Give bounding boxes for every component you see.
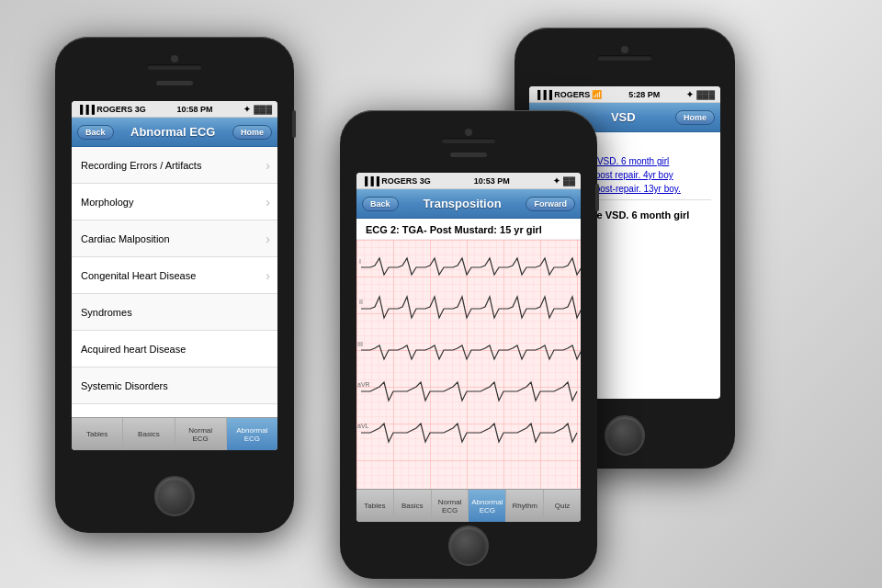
screen-3: ▐▐▐ ROGERS 3G 10:53 PM ✦ ▓▓ Back Transpo… (356, 173, 581, 522)
list-1: Recording Errors / Artifacts › Morpholog… (72, 147, 277, 417)
phone-1: ▐▐▐ ROGERS 3G 10:58 PM ✦ ▓▓▓ Back Abnorm… (55, 37, 294, 533)
carrier-3: ROGERS 3G (381, 176, 431, 186)
home-btn-1[interactable] (154, 476, 195, 516)
time-2: 5:28 PM (628, 90, 660, 99)
wifi-icon: 📶 (592, 90, 602, 99)
list-label: Recording Errors / Artifacts (81, 160, 201, 171)
list-label: Cardiac Malposition (81, 233, 170, 244)
connector-1 (156, 81, 193, 85)
back-button-3[interactable]: Back (362, 197, 399, 211)
battery-3: ▓▓ (563, 176, 575, 186)
nav-bar-1: Back Abnormal ECG Home (72, 118, 277, 147)
speaker-2 (597, 55, 652, 61)
list-label: Acquired heart Disease (81, 344, 186, 355)
tab-rhythm-3[interactable]: Rhythm (506, 490, 544, 522)
time-3: 10:53 PM (474, 176, 510, 186)
tab-basics-1[interactable]: Basics (123, 418, 175, 450)
svg-text:aVL: aVL (357, 423, 369, 429)
side-btn-1 (292, 110, 296, 138)
tab-label: Quiz (555, 502, 570, 510)
camera-1 (171, 55, 178, 62)
camera-3 (465, 129, 472, 136)
status-bar-2: ▐▐▐ ROGERS 📶 5:28 PM ✦ ▓▓▓ (529, 86, 720, 103)
status-right-1: ✦ ▓▓▓ (243, 105, 272, 114)
list-item[interactable]: Morphology › (72, 184, 277, 220)
home-btn-3[interactable] (448, 526, 489, 566)
svg-text:aVR: aVR (357, 381, 370, 388)
list-label: Systemic Disorders (81, 380, 168, 391)
status-left-1: ▐▐▐ ROGERS 3G (77, 105, 146, 114)
tab-label: Rhythm (512, 502, 537, 510)
tab-tables-3[interactable]: Tables (356, 490, 394, 522)
tab-label: Tables (364, 502, 385, 510)
signal-icon-3: ▐▐▐ (362, 176, 379, 186)
forward-button-3[interactable]: Forward (526, 197, 575, 211)
svg-text:I: I (359, 258, 361, 265)
svg-rect-1 (356, 240, 581, 489)
tab-normal-ecg-1[interactable]: NormalECG (175, 418, 227, 450)
bt-icon-2: ✦ (686, 90, 694, 99)
home-button-2[interactable]: Home (675, 110, 715, 125)
back-button-1[interactable]: Back (77, 125, 114, 140)
ecg-title: ECG 2: TGA- Post Mustard: 15 yr girl (356, 219, 581, 240)
nav-title-1: Abnormal ECG (114, 125, 232, 139)
nav-bar-3: Back Transposition Forward (356, 189, 581, 219)
list-item[interactable]: Syndromes (72, 294, 277, 331)
camera-2 (621, 46, 628, 53)
speaker-3 (441, 138, 496, 143)
signal-icon-2: ▐▐▐ (535, 90, 552, 99)
status-bar-3: ▐▐▐ ROGERS 3G 10:53 PM ✦ ▓▓ (356, 173, 581, 189)
tab-label: NormalECG (188, 426, 212, 443)
speaker-1 (147, 64, 202, 70)
carrier-2: ROGERS (554, 90, 590, 99)
svg-text:III: III (357, 341, 363, 347)
battery-2: ▓▓▓ (696, 90, 715, 99)
screen-1: ▐▐▐ ROGERS 3G 10:58 PM ✦ ▓▓▓ Back Abnorm… (72, 101, 277, 450)
ecg-chart: I II III aVR aVL (356, 240, 581, 489)
bt-icon: ✦ (243, 105, 251, 114)
carrier-1: ROGERS 3G (96, 105, 146, 114)
list-item[interactable]: Recording Errors / Artifacts › (72, 147, 277, 184)
tab-normal-3[interactable]: NormalECG (432, 490, 469, 522)
list-item[interactable]: Congenital Heart Disease › (72, 257, 277, 294)
connector-3 (450, 153, 487, 157)
tab-bar-3: Tables Basics NormalECG AbnormalECG Rhyt… (356, 489, 581, 522)
svg-text:II: II (359, 299, 363, 305)
signal-icon: ▐▐▐ (77, 105, 95, 114)
home-button-1[interactable]: Home (232, 125, 272, 140)
tab-label: Tables (86, 430, 107, 438)
chevron-icon: › (266, 195, 270, 209)
list-label: Congenital Heart Disease (81, 270, 196, 281)
time-1: 10:58 PM (176, 105, 212, 114)
chevron-icon: › (266, 158, 270, 173)
tab-bar-1: Tables Basics NormalECG AbnormalECG (72, 417, 277, 450)
list-label: Syndromes (81, 307, 132, 318)
home-btn-2[interactable] (605, 415, 645, 456)
ecg-svg: I II III aVR aVL (356, 240, 581, 489)
tab-abnormal-ecg-1[interactable]: AbnormalECG (227, 418, 277, 450)
tab-label: Basics (401, 502, 424, 510)
list-item[interactable]: Cardiac Malposition › (72, 220, 277, 257)
list-label: Morphology (81, 197, 133, 208)
phone-3: ▐▐▐ ROGERS 3G 10:53 PM ✦ ▓▓ Back Transpo… (340, 110, 597, 579)
chevron-icon: › (266, 232, 270, 246)
tab-label: NormalECG (438, 498, 462, 514)
tab-basics-3[interactable]: Basics (394, 490, 432, 522)
chevron-icon: › (266, 268, 270, 283)
tab-quiz-3[interactable]: Quiz (544, 490, 581, 522)
list-item[interactable]: Systemic Disorders (72, 368, 277, 404)
list-item[interactable]: Acquired heart Disease (72, 331, 277, 368)
status-bar-1: ▐▐▐ ROGERS 3G 10:58 PM ✦ ▓▓▓ (72, 101, 277, 118)
tab-label: AbnormalECG (236, 426, 267, 443)
nav-title-3: Transposition (399, 197, 526, 210)
battery-1: ▓▓▓ (254, 105, 272, 114)
side-btn-3 (595, 184, 599, 211)
tab-tables-1[interactable]: Tables (72, 418, 123, 450)
tab-label: Basics (138, 430, 160, 438)
tab-label: AbnormalECG (471, 498, 503, 514)
bt-icon-3: ✦ (553, 176, 560, 186)
tab-abnormal-3[interactable]: AbnormalECG (469, 490, 506, 522)
